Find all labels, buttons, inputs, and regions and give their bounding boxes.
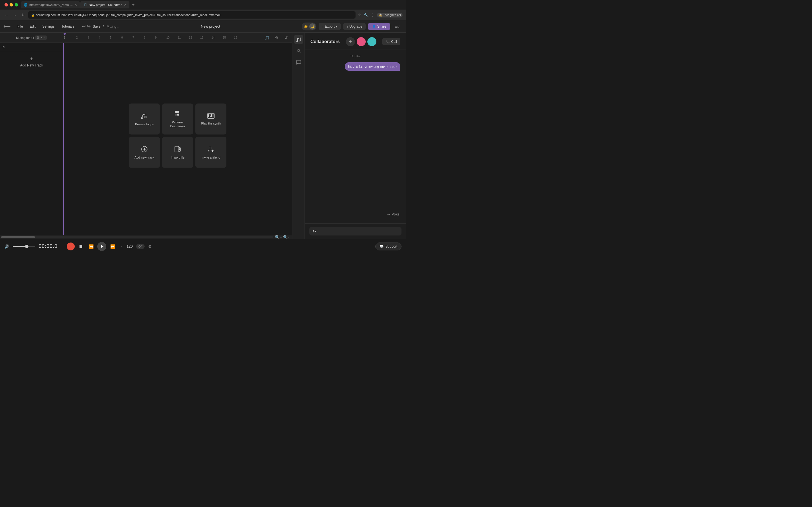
tab-favicon-2: 🎵 — [83, 3, 87, 7]
forward-nav-button[interactable]: → — [12, 11, 18, 18]
scrollbar-track[interactable] — [1, 236, 273, 238]
header-actions: ↩ ↪ Save ↻ Mixing... — [82, 24, 119, 29]
tab-label-1: https://pageflows.com/_/email... — [29, 3, 73, 6]
patterns-beatmaker-card[interactable]: Patterns Beatmaker — [162, 104, 193, 135]
traffic-light-green[interactable] — [15, 3, 18, 6]
mute-badge[interactable]: ⌘ ◄✕ — [35, 36, 47, 40]
zoom-in-button[interactable]: 🔍+ — [275, 235, 282, 239]
play-synth-card[interactable]: Play the synth — [195, 104, 226, 135]
mute-icon: ⌘ — [37, 36, 40, 39]
browser-actions: ☆ 🔧 ⋮ 🕵 Incognito (2) — [358, 13, 403, 17]
mixing-button[interactable]: ↻ Mixing... — [103, 24, 119, 29]
svg-rect-25 — [80, 245, 82, 248]
add-new-track-button[interactable]: + Add New Track — [0, 51, 63, 72]
volume-slider[interactable] — [13, 246, 35, 247]
sidebar-chat-icon[interactable] — [294, 57, 303, 66]
loop-button[interactable]: ↺ — [283, 34, 290, 41]
ruler-tick-3: 3 — [87, 36, 89, 39]
call-button[interactable]: 📞 Call — [382, 38, 400, 45]
import-file-card[interactable]: Import file — [162, 137, 193, 168]
off-badge[interactable]: Off — [136, 244, 145, 249]
chat-area: TODAY hi, thanks for inviting me :) 11:2… — [305, 50, 406, 223]
stop-button[interactable] — [77, 242, 85, 250]
svg-rect-10 — [213, 114, 213, 117]
support-button[interactable]: 💬 Support — [375, 242, 402, 250]
traffic-light-yellow[interactable] — [10, 3, 13, 6]
browser-tab-pageflows[interactable]: 🌐 https://pageflows.com/_/email... ✕ — [21, 1, 80, 8]
record-button[interactable] — [67, 242, 75, 250]
volume-thumb[interactable] — [25, 245, 29, 248]
traffic-light-red[interactable] — [4, 3, 8, 6]
menu-tutorials[interactable]: Tutorials — [58, 23, 78, 30]
sidebar-music-icon[interactable] — [294, 35, 303, 44]
collaborators-header: Collaborators + 📞 Call — [305, 33, 406, 50]
incognito-icon: 🕵 — [378, 13, 383, 17]
play-button[interactable] — [97, 242, 106, 251]
main-content: Muting for all ⌘ ◄✕ 1 2 3 4 5 6 — [0, 33, 406, 239]
back-nav-button[interactable]: ← — [3, 11, 10, 18]
add-collaborator-button[interactable]: + — [346, 37, 355, 46]
upgrade-button[interactable]: ↑ Upgrade — [343, 23, 366, 30]
browser-tab-soundtrap[interactable]: 🎵 New project - Soundtrap ✕ — [80, 1, 130, 8]
exit-button[interactable]: Exit — [393, 23, 403, 30]
transport-settings-button[interactable]: ⚙ — [148, 244, 152, 249]
back-button[interactable]: ⟵ — [3, 23, 11, 30]
svg-rect-5 — [177, 114, 179, 115]
invite-friend-icon — [207, 145, 215, 153]
settings-gear-button[interactable]: ⚙ — [273, 34, 280, 41]
menu-settings[interactable]: Settings — [39, 23, 58, 30]
time-display: 00:00.0 — [39, 243, 61, 249]
ruler-tick-5: 5 — [110, 36, 112, 39]
incognito-label: Incognito (2) — [384, 13, 401, 17]
rewind-button[interactable]: ⏪ — [87, 242, 95, 250]
export-button[interactable]: ↑ Export ▾ — [319, 23, 341, 30]
share-button[interactable]: 👤 Share — [368, 23, 390, 30]
chat-message-text: hi, thanks for inviting me :) — [348, 64, 388, 68]
poke-button[interactable]: → Poke! — [387, 212, 400, 219]
address-bar[interactable]: 🔒 soundtrap.com/studio/UYeLebx0Q6OOpedq3… — [28, 11, 356, 18]
tab-close-2[interactable]: ✕ — [124, 3, 126, 7]
transport-controls: ⏪ ⏩ — [67, 242, 116, 251]
chat-date-label: TODAY — [310, 54, 400, 58]
browser-menu-icon[interactable]: ⋮ — [371, 13, 375, 17]
svg-rect-12 — [210, 114, 211, 116]
playhead-line — [63, 43, 64, 235]
bottom-controls: 🔊 00:00.0 ⏪ ⏩ - 120 Off ⚙ — [0, 239, 406, 253]
new-tab-button[interactable]: + — [130, 1, 137, 8]
extensions-icon[interactable]: 🔧 — [364, 13, 368, 17]
poke-arrow-icon: → — [387, 212, 391, 217]
action-popup: Browse loops Patterns Beatmaker — [129, 104, 226, 168]
menu-edit[interactable]: Edit — [26, 23, 39, 30]
light-theme-button[interactable]: ☀️ — [303, 23, 309, 30]
add-track-card[interactable]: Add new track — [129, 137, 160, 168]
zoom-out-button[interactable]: 🔍- — [283, 235, 289, 239]
svg-point-1 — [145, 116, 146, 118]
browse-loops-card[interactable]: Browse loops — [129, 104, 160, 135]
metronome-button[interactable]: 🎵 — [263, 34, 271, 41]
scrollbar-thumb[interactable] — [1, 236, 35, 238]
ruler-tick-15: 15 — [223, 36, 226, 39]
sidebar-collaborators-icon[interactable] — [294, 46, 303, 55]
ruler-tick-8: 8 — [144, 36, 146, 39]
menu-file[interactable]: File — [14, 23, 26, 30]
avatar-teal — [367, 37, 376, 46]
redo-button[interactable]: ↪ — [87, 24, 91, 29]
loop-icon[interactable]: ↻ — [2, 45, 6, 49]
dark-theme-button[interactable]: 🌙 — [309, 23, 315, 30]
save-button[interactable]: Save — [93, 24, 100, 29]
undo-button[interactable]: ↩ — [82, 24, 86, 29]
reload-button[interactable]: ↻ — [20, 11, 26, 18]
svg-rect-3 — [177, 111, 179, 113]
bookmark-icon[interactable]: ☆ — [358, 13, 361, 17]
chat-input[interactable] — [309, 227, 402, 235]
invite-friend-card[interactable]: Invite a friend — [195, 137, 226, 168]
svg-point-24 — [298, 49, 299, 51]
sidebar-icons — [292, 33, 305, 239]
grid-area: Browse loops Patterns Beatmaker — [63, 43, 292, 235]
fast-forward-button[interactable]: ⏩ — [109, 242, 116, 250]
tab-close-1[interactable]: ✕ — [74, 3, 77, 7]
svg-point-19 — [209, 147, 211, 149]
mute-shortcut: ◄✕ — [40, 36, 45, 39]
ruler-tick-4: 4 — [99, 36, 100, 39]
patterns-beatmaker-label: Patterns Beatmaker — [165, 120, 190, 128]
